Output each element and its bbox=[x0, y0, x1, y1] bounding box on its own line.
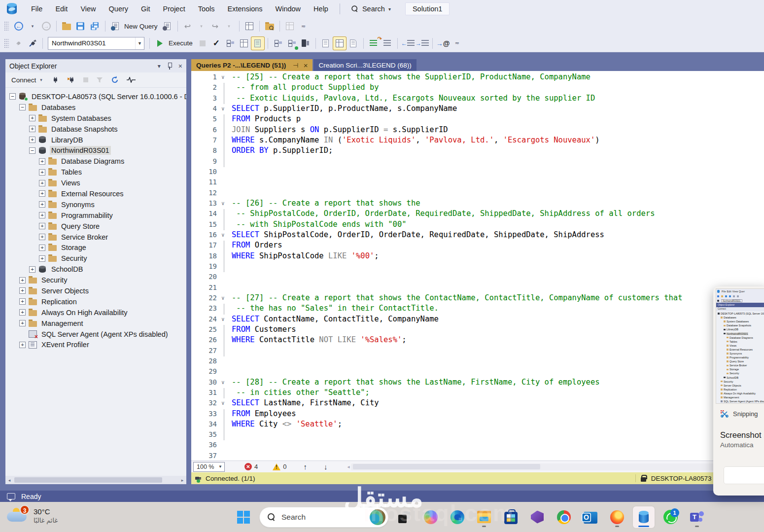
code-line-6[interactable]: 6JOIN Suppliers s ON p.SupplierID = s.Su… bbox=[191, 125, 764, 136]
pin-icon[interactable]: ⊣ bbox=[293, 62, 298, 69]
solution-selector[interactable]: Solution1 bbox=[406, 3, 449, 15]
previous-issue-icon[interactable]: ↑ bbox=[303, 462, 307, 471]
menu-git[interactable]: Git bbox=[135, 0, 157, 18]
collapse-icon[interactable]: − bbox=[29, 147, 35, 154]
tree-item-database-diagrams[interactable]: +Database Diagrams bbox=[5, 156, 186, 167]
tree-item-management[interactable]: +Management bbox=[5, 318, 186, 329]
undo-dropdown[interactable]: ▾ bbox=[195, 20, 208, 33]
stop-button[interactable] bbox=[80, 76, 91, 84]
code-line-19[interactable]: 19 bbox=[191, 262, 764, 272]
tree-item-query-store[interactable]: +Query Store bbox=[5, 221, 186, 232]
taskbar-search[interactable]: Search bbox=[259, 507, 388, 528]
expand-icon[interactable]: + bbox=[29, 137, 35, 143]
results-to-file-button[interactable] bbox=[347, 37, 360, 50]
undo-button[interactable]: ↩ bbox=[181, 20, 194, 33]
tab-creation-script[interactable]: Creation Scri...3\LEGEND (68)) bbox=[313, 59, 416, 71]
change-connection-button[interactable] bbox=[26, 37, 39, 50]
editor-hscrollbar[interactable] bbox=[351, 463, 764, 470]
expand-icon[interactable]: + bbox=[29, 266, 35, 273]
available-databases-combo[interactable]: NorthwindR03S01 ▼ bbox=[48, 37, 144, 50]
menu-query[interactable]: Query bbox=[103, 0, 135, 18]
expand-icon[interactable]: + bbox=[39, 169, 45, 176]
tree-item-desktop-la80573-sql-server-16-[interactable]: −DESKTOP-LA80573 (SQL Server 16.0.1000.6… bbox=[5, 91, 186, 102]
menu-project[interactable]: Project bbox=[157, 0, 192, 18]
menu-edit[interactable]: Edit bbox=[49, 0, 74, 18]
menu-tools[interactable]: Tools bbox=[192, 0, 221, 18]
code-line-29[interactable]: 29 bbox=[191, 367, 764, 377]
code-line-22[interactable]: 22∨-- [27] -- Create a report that shows… bbox=[191, 293, 764, 304]
tree-item-schooldb[interactable]: +SchoolDB bbox=[5, 264, 186, 275]
tree-item-sql-server-agent-agent-xps-dis[interactable]: SQL Server Agent (Agent XPs disabled) bbox=[5, 329, 186, 340]
tree-item-always-on-high-availability[interactable]: +Always On High Availability bbox=[5, 307, 186, 318]
menu-window[interactable]: Window bbox=[269, 0, 308, 18]
expand-icon[interactable]: + bbox=[39, 212, 45, 218]
toolbar-grip[interactable] bbox=[4, 21, 9, 31]
tree-item-librarydb[interactable]: +LibraryDB bbox=[5, 135, 186, 145]
new-query-button[interactable]: New Query bbox=[124, 23, 158, 30]
code-line-32[interactable]: 32∨SELECT LastName, FirstName, City bbox=[191, 398, 764, 409]
code-line-35[interactable]: 35 bbox=[191, 430, 764, 440]
code-line-37[interactable]: 37 bbox=[191, 451, 764, 461]
cancel-query-button[interactable] bbox=[196, 37, 209, 50]
tree-item-views[interactable]: +Views bbox=[5, 177, 186, 188]
search-highlight-image[interactable] bbox=[370, 509, 385, 525]
whatsapp-button[interactable]: 1 bbox=[660, 506, 681, 528]
tree-item-replication[interactable]: +Replication bbox=[5, 296, 186, 307]
execute-button[interactable]: Execute bbox=[169, 39, 193, 47]
tree-item-storage[interactable]: +Storage bbox=[5, 242, 186, 253]
toolbar-overflow-button[interactable]: ≂ bbox=[297, 20, 310, 33]
parse-button[interactable]: ✓ bbox=[210, 37, 223, 50]
code-line-8[interactable]: 8ORDER BY p.SupplierID; bbox=[191, 146, 764, 156]
code-line-2[interactable]: 2 -- from all product Supplied by bbox=[191, 83, 764, 93]
expand-icon[interactable]: + bbox=[39, 223, 45, 229]
connect-server-button[interactable] bbox=[49, 75, 62, 85]
code-line-23[interactable]: 23 -- the has no "Sales" in their Contac… bbox=[191, 304, 764, 314]
code-line-5[interactable]: 5FROM Products p bbox=[191, 114, 764, 125]
code-line-1[interactable]: 1∨-- [25] -- Create a report that shows … bbox=[191, 72, 764, 83]
connect-icon[interactable] bbox=[12, 37, 25, 50]
fold-collapse-icon[interactable]: ∨ bbox=[217, 199, 232, 209]
code-line-21[interactable]: 21 bbox=[191, 283, 764, 293]
window-position-icon[interactable]: ▾ bbox=[158, 63, 161, 70]
code-line-27[interactable]: 27 bbox=[191, 346, 764, 356]
query-options-button[interactable] bbox=[238, 37, 250, 50]
code-line-11[interactable]: 11 bbox=[191, 177, 764, 188]
warning-count[interactable]: 0 bbox=[283, 463, 286, 470]
screenshot-thumbnail[interactable]: File Edit View Quer NorthwindR03S01 Obje… bbox=[716, 289, 764, 403]
fold-collapse-icon[interactable]: ∨ bbox=[217, 72, 232, 83]
expand-icon[interactable]: + bbox=[39, 190, 45, 197]
client-statistics-button[interactable] bbox=[299, 37, 312, 50]
expand-icon[interactable]: + bbox=[19, 309, 26, 316]
expand-icon[interactable]: + bbox=[39, 201, 45, 208]
include-live-query-statistics-button[interactable] bbox=[285, 37, 298, 50]
open-file-button[interactable] bbox=[60, 20, 73, 33]
fold-collapse-icon[interactable]: ∨ bbox=[217, 230, 232, 241]
code-line-14[interactable]: 14 -- ShipPostalCode, OrderID, OrderDate… bbox=[191, 209, 764, 219]
object-explorer-header[interactable]: Object Explorer ▾ × bbox=[5, 59, 186, 72]
error-count[interactable]: 4 bbox=[254, 463, 258, 470]
menu-file[interactable]: File bbox=[25, 0, 49, 18]
code-line-33[interactable]: 33FROM Employees bbox=[191, 409, 764, 420]
decrease-indent-button[interactable]: ← bbox=[401, 37, 415, 50]
hscroll-left-icon[interactable]: ◂ bbox=[347, 464, 349, 469]
code-line-25[interactable]: 25FROM Customers bbox=[191, 325, 764, 335]
tree-item-databases[interactable]: −Databases bbox=[5, 102, 186, 113]
code-line-26[interactable]: 26WHERE ContactTitle NOT LIKE '%Sales%'; bbox=[191, 335, 764, 346]
code-area[interactable]: 1∨-- [25] -- Create a report that shows … bbox=[191, 71, 764, 461]
code-line-30[interactable]: 30∨-- [28] -- Create a report that shows… bbox=[191, 378, 764, 388]
snip-action-button[interactable] bbox=[724, 466, 764, 484]
code-line-18[interactable]: 18WHERE ShipPostalCode LIKE '%00'; bbox=[191, 251, 764, 262]
results-to-text-button[interactable] bbox=[319, 37, 332, 50]
toolbar-grip[interactable] bbox=[4, 38, 9, 48]
connect-dropdown-button[interactable]: Connect ▾ bbox=[8, 75, 47, 85]
firefox-button[interactable] bbox=[606, 506, 628, 528]
tree-item-service-broker[interactable]: +Service Broker bbox=[5, 232, 186, 243]
increase-indent-button[interactable]: → bbox=[416, 37, 429, 50]
teams-button[interactable] bbox=[686, 506, 708, 528]
code-line-9[interactable]: 9 bbox=[191, 157, 764, 167]
navigate-back-button[interactable]: ← bbox=[12, 20, 25, 33]
disconnect-server-button[interactable] bbox=[64, 75, 78, 85]
code-line-20[interactable]: 20 bbox=[191, 272, 764, 283]
tree-item-security[interactable]: +Security bbox=[5, 275, 186, 285]
code-line-4[interactable]: 4∨SELECT p.SupplierID, p.ProductName, s.… bbox=[191, 104, 764, 114]
